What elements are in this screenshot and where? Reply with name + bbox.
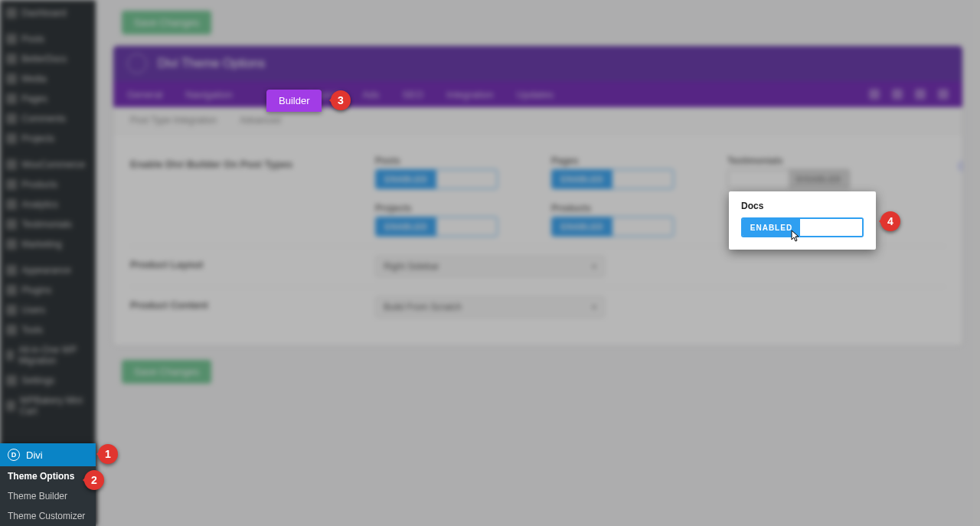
toggle-on: ENABLED [743,219,800,236]
toggle-projects: Projects ENABLED [375,203,536,237]
tab-seo[interactable]: SEO [403,89,423,100]
sidebar-item-label: Plugins [21,285,51,296]
sidebar-item-testimonials[interactable]: Testimonials [0,214,96,234]
tab-ads[interactable]: Ads [362,89,379,100]
info-icon[interactable] [958,160,963,172]
sidebar-item-label: Settings [21,375,54,386]
tab-navigation[interactable]: Navigation [185,89,232,100]
woo-icon [6,159,17,170]
download-icon[interactable] [892,89,903,100]
sidebar-item-label: Analytics [21,199,58,210]
sidebar-item-projects[interactable]: Projects [0,129,96,149]
sidebar-item-comments[interactable]: Comments [0,109,96,129]
toggle-products: Products ENABLED [551,203,712,237]
toggle-label: Products [551,203,712,214]
sidebar-item-migration[interactable]: All-in-One WP Migration [0,340,96,371]
toggle-switch[interactable]: ENABLED [375,217,498,237]
sub-tab-posttype[interactable]: Post Type Integration [130,115,217,126]
sidebar-item-label: Tools [21,325,43,335]
sidebar-item-tools[interactable]: Tools [0,320,96,340]
sidebar-item-label: Projects [21,133,54,144]
plug-icon [6,285,17,296]
row-label: Enable Divi Builder On Post Types [130,155,375,170]
sidebar-item-wpbakery[interactable]: WPBakery Mini Cart [0,390,96,421]
toggle-on: ENABLED [552,217,612,236]
content-area: Save Changes Divi Theme Options General … [96,0,980,526]
sidebar-item-analytics[interactable]: Analytics [0,194,96,214]
toggle-switch[interactable]: ENABLED [551,217,674,237]
toggle-off [612,170,673,188]
sidebar-item-media[interactable]: Media [0,69,96,89]
panel-header: Divi Theme Options [113,46,962,81]
sidebar-item-divi[interactable]: D Divi [0,443,96,466]
sidebar-item-products[interactable]: Products [0,175,96,194]
toggle-on: ENABLED [552,170,612,188]
sidebar-item-posts[interactable]: Posts [0,29,96,49]
tab-integration[interactable]: Integration [446,89,493,100]
callout-step-4: 4 [880,211,900,231]
sidebar-item-appearance[interactable]: Appearance [0,260,96,280]
sidebar-item-label: WooCommerce [21,159,85,170]
gear-icon [6,375,17,386]
migrate-icon [6,350,14,361]
sidebar-item-woocommerce[interactable]: WooCommerce [0,155,96,175]
brush-icon [6,265,17,276]
save-changes-button-top[interactable]: Save Changes [122,11,211,34]
sidebar-item-betterdocs[interactable]: BetterDocs [0,49,96,69]
toggle-on [728,170,789,188]
reset-icon[interactable] [915,89,926,100]
callout-step-2: 2 [84,470,104,490]
sidebar-item-label: Media [21,74,47,84]
sidebar-item-users[interactable]: Users [0,300,96,320]
sidebar-item-label: Divi [26,449,43,461]
callout-step-1: 1 [98,444,118,464]
doc-icon [6,54,17,64]
toggle-on: ENABLED [376,217,436,236]
divi-icon: D [8,449,20,461]
select-value: Right Sidebar [384,261,439,272]
product-layout-select[interactable]: Right Sidebar [375,256,605,277]
submenu-theme-customizer[interactable]: Theme Customizer [0,506,96,526]
panel-title: Divi Theme Options [158,57,265,70]
toggle-switch[interactable]: ENABLED [551,169,674,189]
save-changes-button-bottom[interactable]: Save Changes [122,360,211,384]
tab-builder[interactable]: Builder [266,90,322,112]
toggle-posts: Posts ENABLED [375,155,536,189]
docs-toggle-label: Docs [741,201,864,211]
product-icon [6,179,17,190]
sidebar-item-plugins[interactable]: Plugins [0,280,96,300]
submenu-theme-builder[interactable]: Theme Builder [0,486,96,506]
toggle-label: Pages [551,155,712,166]
toggle-switch[interactable]: DISABLED [727,169,850,189]
toggle-switch[interactable]: ENABLED [375,169,498,189]
toggle-off [436,170,497,188]
sub-tab-advanced[interactable]: Advanced [240,115,280,126]
sidebar-item-label: Dashboard [21,8,67,18]
toggle-off [800,219,862,236]
sidebar-item-label: Appearance [21,265,71,276]
toggle-on: ENABLED [376,170,436,188]
sidebar-item-settings[interactable]: Settings [0,371,96,390]
docs-toggle-switch[interactable]: ENABLED [741,217,864,237]
sidebar-item-label: Comments [21,113,66,124]
row-product-layout: Product Layout Right Sidebar [130,247,946,287]
sidebar-item-dashboard[interactable]: Dashboard [0,3,96,23]
media-icon [6,74,17,84]
sidebar-item-pages[interactable]: Pages [0,89,96,109]
divi-logo-icon [127,54,147,74]
docs-toggle-card: Docs ENABLED [729,191,876,250]
sidebar-item-label: Products [21,179,57,190]
tab-updates[interactable]: Updates [517,89,554,100]
sidebar-item-label: Posts [21,34,44,44]
panel-sub-tabs: Post Type Integration Advanced [113,107,962,134]
page-icon [6,93,17,104]
help-icon[interactable] [938,89,949,100]
upload-icon[interactable] [869,89,880,100]
sidebar-item-marketing[interactable]: Marketing [0,234,96,254]
dashboard-icon [6,8,17,18]
sidebar-item-label: BetterDocs [21,54,67,64]
product-content-select[interactable]: Build From Scratch [375,296,605,318]
tab-general[interactable]: General [127,89,162,100]
callout-step-3: 3 [331,90,351,110]
sidebar-item-label: WPBakery Mini Cart [20,395,90,417]
